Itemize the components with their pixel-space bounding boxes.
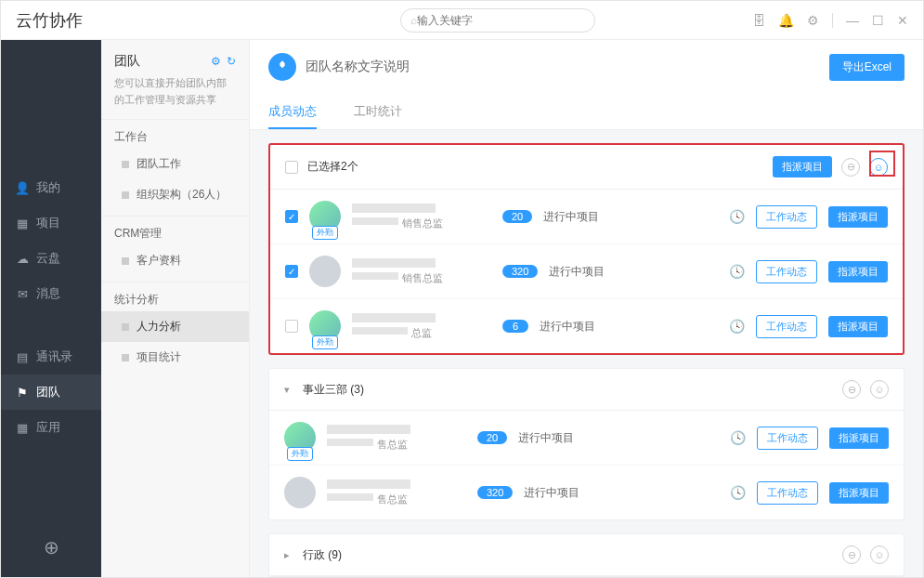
clock-icon[interactable]: 🕓 (729, 264, 745, 279)
section-header: CRM管理 (101, 216, 249, 245)
nav-label: 云盘 (36, 250, 60, 267)
chevron-right-icon[interactable]: ▸ (284, 549, 290, 561)
primary-sidebar: 👤我的 ▦项目 ☁云盘 ✉消息 ▤通讯录 ⚑团队 ▦应用 ⊕ (1, 1, 101, 577)
nav-mine[interactable]: 👤我的 (1, 170, 101, 205)
briefcase-icon[interactable]: 🗄 (752, 13, 765, 28)
dept-redacted (352, 327, 408, 335)
selection-panel: 已选择2个 指派项目 ⊖ ☺ ✓ 外勤 销售总监 20 进行中项目 🕓 工作动态 (268, 143, 904, 355)
nav-label: 通讯录 (36, 348, 72, 365)
nav-projects[interactable]: ▦项目 (1, 205, 101, 241)
sidebar-item-teamwork[interactable]: 团队工作 (101, 149, 249, 179)
add-button[interactable]: ⊕ (1, 518, 101, 577)
action-circle-2-icon[interactable]: ☺ (869, 158, 888, 177)
export-excel-button[interactable]: 导出Excel (829, 54, 904, 81)
assign-button[interactable]: 指派项目 (828, 316, 888, 337)
nav-cloud[interactable]: ☁云盘 (1, 241, 101, 276)
action-circle-1-icon[interactable]: ⊖ (842, 545, 861, 564)
assign-project-button[interactable]: 指派项目 (773, 156, 832, 177)
refresh-icon[interactable]: ↻ (227, 55, 236, 68)
nav-label: 应用 (36, 419, 60, 436)
sidebar-item-project-stats[interactable]: 项目统计 (101, 342, 249, 373)
action-circle-1-icon[interactable]: ⊖ (841, 158, 860, 177)
search-box[interactable]: ⌕ (400, 8, 595, 33)
sidebar-desc: 您可以直接开始团队内部的工作管理与资源共享 (114, 75, 236, 108)
dept-redacted (327, 493, 373, 501)
flag-icon: ⚑ (16, 386, 29, 400)
role-label: 售总监 (377, 438, 408, 452)
item-label: 团队工作 (137, 156, 181, 172)
sidebar-item-org[interactable]: 组织架构（26人） (101, 179, 249, 210)
gear-icon[interactable]: ⚙ (211, 55, 221, 68)
assign-button[interactable]: 指派项目 (828, 206, 888, 228)
clock-icon[interactable]: 🕓 (729, 209, 745, 224)
role-label: 销售总监 (402, 217, 443, 230)
clock-icon[interactable]: 🕓 (730, 430, 746, 445)
work-dynamic-button[interactable]: 工作动态 (757, 481, 818, 505)
item-label: 客户资料 (137, 253, 181, 269)
work-dynamic-button[interactable]: 工作动态 (756, 260, 817, 283)
app-logo: 云竹协作 (1, 9, 103, 32)
window-close-icon[interactable]: ✕ (897, 13, 908, 28)
name-redacted (352, 258, 436, 268)
row-checkbox[interactable]: ✓ (285, 265, 298, 278)
row-checkbox[interactable]: ✓ (285, 210, 298, 223)
role-label: 总监 (411, 326, 432, 340)
search-icon: ⌕ (410, 14, 417, 27)
window-maximize-icon[interactable]: ☐ (872, 13, 884, 28)
bullet-icon (122, 354, 129, 361)
assign-button[interactable]: 指派项目 (829, 482, 889, 504)
bell-icon[interactable]: 🔔 (778, 13, 794, 28)
dept-redacted (327, 439, 373, 446)
status-text: 进行中项目 (543, 209, 608, 225)
assign-button[interactable]: 指派项目 (829, 427, 889, 449)
nav-apps[interactable]: ▦应用 (1, 410, 101, 445)
project-count: 20 (502, 210, 532, 223)
bullet-icon (122, 257, 129, 265)
nav-messages[interactable]: ✉消息 (1, 276, 101, 311)
select-all-checkbox[interactable] (285, 161, 298, 174)
action-circle-1-icon[interactable]: ⊖ (842, 380, 861, 399)
status-text: 进行中项目 (549, 264, 614, 280)
project-count: 20 (477, 431, 507, 444)
row-checkbox[interactable] (285, 320, 298, 333)
sidebar-item-hr-analysis[interactable]: 人力分析 (101, 311, 249, 342)
dept-redacted (352, 217, 398, 225)
name-redacted (352, 313, 436, 322)
secondary-sidebar: 团队 ⚙ ↻ 您可以直接开始团队内部的工作管理与资源共享 工作台 团队工作 组织… (101, 1, 250, 577)
gear-icon[interactable]: ⚙ (807, 13, 819, 28)
group-panel: ▾ 事业三部 (3) ⊖ ☺ 外勤 售总监 20 进行中项目 🕓 工作动态 指派… (268, 368, 904, 520)
nav-label: 我的 (36, 179, 60, 196)
field-badge: 外勤 (312, 226, 338, 240)
tab-member-activity[interactable]: 成员动态 (268, 96, 317, 129)
work-dynamic-button[interactable]: 工作动态 (756, 205, 817, 229)
clock-icon[interactable]: 🕓 (730, 485, 746, 500)
nav-label: 团队 (36, 384, 60, 401)
chevron-down-icon[interactable]: ▾ (284, 384, 290, 396)
assign-button[interactable]: 指派项目 (828, 261, 888, 282)
action-circle-2-icon[interactable]: ☺ (870, 380, 889, 399)
group-title: 行政 (9) (303, 547, 342, 563)
group-title: 事业三部 (3) (303, 382, 364, 398)
window-minimize-icon[interactable]: — (846, 13, 859, 28)
tab-worktime-stats[interactable]: 工时统计 (354, 96, 402, 129)
work-dynamic-button[interactable]: 工作动态 (756, 315, 817, 338)
project-count: 320 (502, 265, 538, 278)
field-badge: 外勤 (312, 335, 338, 349)
mail-icon: ✉ (16, 287, 29, 301)
clock-icon[interactable]: 🕓 (729, 319, 745, 334)
dept-redacted (352, 272, 398, 280)
action-circle-2-icon[interactable]: ☺ (870, 545, 889, 564)
member-avatar (284, 477, 316, 508)
cloud-icon: ☁ (16, 252, 29, 266)
nav-team[interactable]: ⚑团队 (1, 374, 101, 410)
nav-contacts[interactable]: ▤通讯录 (1, 339, 101, 374)
search-input[interactable] (417, 14, 585, 27)
work-dynamic-button[interactable]: 工作动态 (757, 427, 818, 450)
status-text: 进行中项目 (540, 319, 605, 335)
nav-label: 消息 (36, 285, 60, 302)
nav-label: 项目 (36, 215, 60, 231)
item-label: 项目统计 (137, 349, 181, 365)
sidebar-item-customer[interactable]: 客户资料 (101, 245, 249, 276)
user-icon: 👤 (16, 181, 29, 195)
status-text: 进行中项目 (518, 430, 583, 446)
